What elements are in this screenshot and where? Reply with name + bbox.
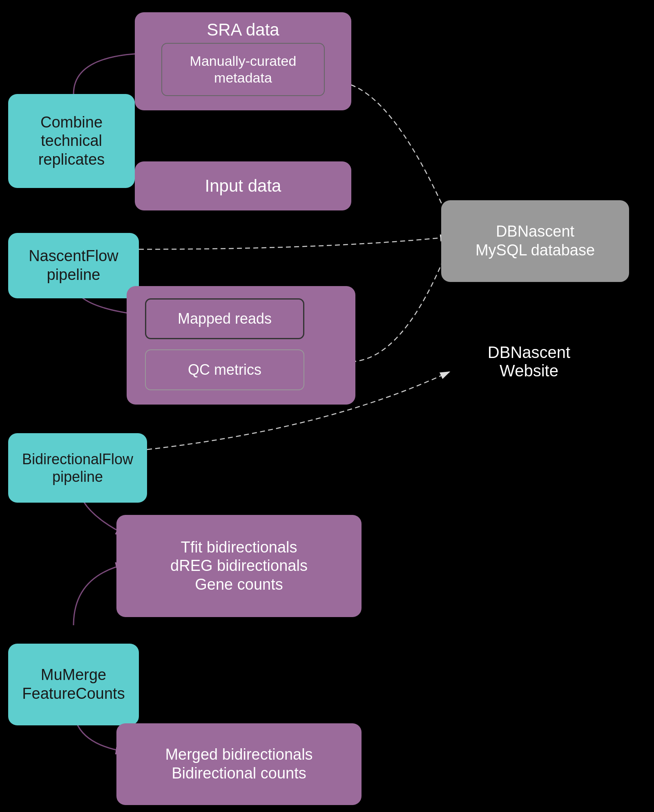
nascentflow-node: NascentFlow pipeline bbox=[8, 233, 139, 298]
tfit-label: Tfit bidirectionals dREG bidirectionals … bbox=[170, 538, 308, 594]
mapped-reads-box: Mapped reads bbox=[145, 298, 304, 339]
mapped-qc-container: Mapped reads QC metrics bbox=[127, 286, 355, 405]
dbnascent-db-node: DBNascent MySQL database bbox=[441, 200, 629, 282]
qc-metrics-label: QC metrics bbox=[188, 361, 261, 378]
dbnascent-db-label: DBNascent MySQL database bbox=[475, 222, 595, 259]
bidirectionalflow-label: BidirectionalFlow pipeline bbox=[22, 450, 133, 485]
dbnascent-website-label: DBNascent Website bbox=[447, 343, 611, 380]
sra-data-node: SRA data Manually-curated metadata bbox=[135, 12, 351, 110]
merged-label: Merged bidirectionals Bidirectional coun… bbox=[165, 745, 312, 783]
combine-replicates-node: Combine technical replicates bbox=[8, 94, 135, 188]
mapped-reads-label: Mapped reads bbox=[178, 310, 272, 327]
nascentflow-label: NascentFlow pipeline bbox=[29, 247, 118, 284]
tfit-node: Tfit bidirectionals dREG bidirectionals … bbox=[116, 515, 362, 617]
metadata-box: Manually-curated metadata bbox=[161, 43, 325, 96]
merged-node: Merged bidirectionals Bidirectional coun… bbox=[116, 723, 362, 805]
sra-data-label: SRA data bbox=[135, 20, 351, 40]
mumerge-node: MuMerge FeatureCounts bbox=[8, 644, 139, 725]
mumerge-label: MuMerge FeatureCounts bbox=[22, 666, 125, 703]
combine-label: Combine technical replicates bbox=[38, 113, 105, 169]
input-data-node: Input data bbox=[135, 161, 351, 210]
qc-metrics-box: QC metrics bbox=[145, 349, 304, 390]
bidirectionalflow-node: BidirectionalFlow pipeline bbox=[8, 433, 147, 503]
input-data-label: Input data bbox=[205, 176, 281, 196]
metadata-label: Manually-curated metadata bbox=[190, 53, 297, 86]
